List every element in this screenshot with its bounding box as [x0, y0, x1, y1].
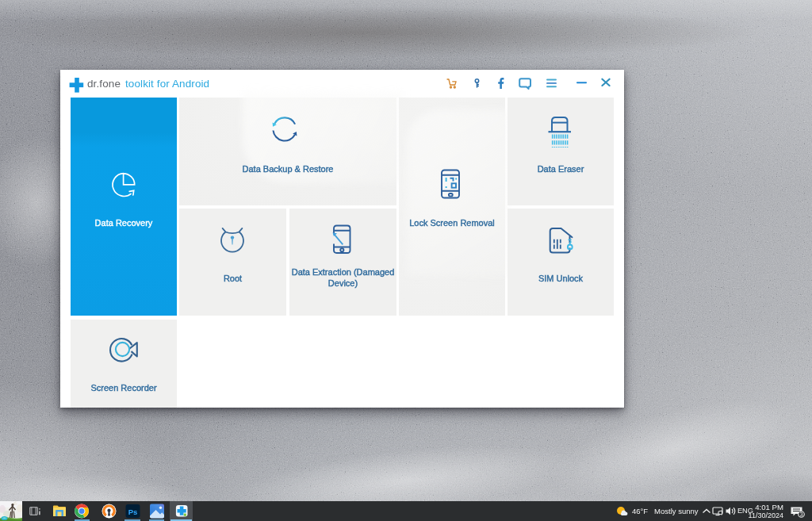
svg-text:Ps: Ps	[128, 508, 138, 516]
svg-text:3: 3	[799, 511, 802, 518]
